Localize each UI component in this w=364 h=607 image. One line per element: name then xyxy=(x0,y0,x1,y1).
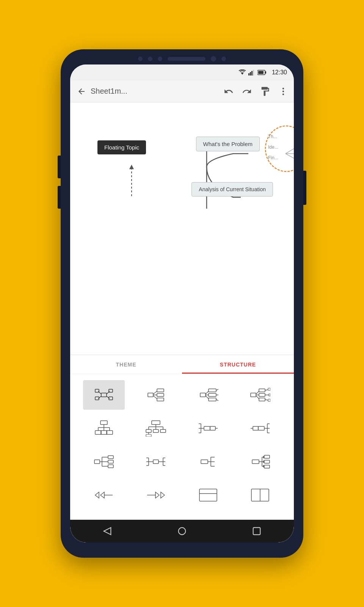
notch-dot-left2 xyxy=(148,57,152,61)
structure-layout-top[interactable] xyxy=(187,480,229,510)
structure-arrows-right[interactable] xyxy=(135,480,177,510)
structure-tree-right-line[interactable] xyxy=(187,447,229,476)
svg-rect-105 xyxy=(108,465,113,468)
tree-right-line-icon xyxy=(198,453,218,470)
phone-notch xyxy=(138,56,226,61)
org-chart-mixed-icon xyxy=(146,420,166,437)
svg-marker-135 xyxy=(100,492,104,498)
svg-rect-38 xyxy=(200,393,206,397)
structure-tree-right-bracket[interactable] xyxy=(239,447,281,476)
analysis-node[interactable]: Analysis of Current Situation xyxy=(191,182,273,197)
svg-marker-138 xyxy=(155,492,159,498)
structure-grid xyxy=(70,374,294,520)
svg-rect-43 xyxy=(209,393,216,396)
svg-rect-103 xyxy=(108,456,113,459)
svg-rect-141 xyxy=(199,489,217,501)
structure-row-4 xyxy=(78,480,286,510)
volume-down-button[interactable] xyxy=(58,186,61,209)
svg-rect-48 xyxy=(251,393,256,397)
orange-circle-svg: Th... Ide... Fin... xyxy=(256,122,294,175)
svg-point-8 xyxy=(282,88,284,89)
back-button[interactable] xyxy=(75,85,88,98)
wifi-icon xyxy=(238,69,246,75)
svg-text:Fin...: Fin... xyxy=(268,155,278,160)
org-chart-down-icon xyxy=(94,420,114,437)
svg-rect-60 xyxy=(268,399,270,401)
tree-center-icon xyxy=(146,453,166,470)
svg-line-50 xyxy=(256,396,259,399)
nav-back-button[interactable] xyxy=(98,522,117,541)
tab-theme[interactable]: THEME xyxy=(70,355,182,374)
redo-button[interactable] xyxy=(241,85,253,97)
layout-top-icon xyxy=(198,487,218,503)
more-button[interactable] xyxy=(277,85,289,97)
format-paint-icon xyxy=(260,86,270,97)
svg-rect-97 xyxy=(94,460,100,464)
structure-org-chart-mixed[interactable] xyxy=(135,414,177,443)
arrows-left-icon xyxy=(94,487,114,503)
structure-arrows-left[interactable] xyxy=(83,480,125,510)
structure-mindmap-center[interactable] xyxy=(83,380,125,410)
svg-rect-132 xyxy=(264,455,270,458)
svg-rect-6 xyxy=(265,71,266,74)
format-button[interactable] xyxy=(259,85,271,97)
svg-point-10 xyxy=(282,93,284,95)
layout-split-icon xyxy=(250,487,270,503)
tab-structure[interactable]: STRUCTURE xyxy=(182,355,294,374)
canvas-area[interactable]: Floating Topic What's the Problem Analys… xyxy=(70,102,294,355)
notch-dot-left xyxy=(138,57,143,61)
mindmap-right-alt-icon xyxy=(198,387,218,403)
svg-rect-68 xyxy=(101,431,107,434)
structure-org-chart-left[interactable] xyxy=(187,414,229,443)
power-button[interactable] xyxy=(303,171,306,205)
svg-rect-4 xyxy=(253,70,254,75)
dashed-arrow-svg xyxy=(128,164,135,202)
svg-rect-134 xyxy=(264,465,270,468)
structure-tree-left[interactable] xyxy=(83,447,125,476)
svg-rect-58 xyxy=(268,388,270,390)
tree-right-bracket-icon xyxy=(250,453,270,470)
nav-recent-button[interactable] xyxy=(247,522,266,541)
svg-line-49 xyxy=(256,391,259,394)
structure-row-3 xyxy=(78,447,286,476)
svg-rect-42 xyxy=(209,389,216,392)
structure-mindmap-right-alt2[interactable] xyxy=(239,380,281,410)
svg-rect-87 xyxy=(210,426,215,430)
back-icon xyxy=(77,87,86,96)
whats-problem-label: What's the Problem xyxy=(203,141,253,147)
svg-rect-37 xyxy=(157,398,164,401)
svg-line-40 xyxy=(206,396,209,399)
structure-tree-center[interactable] xyxy=(135,447,177,476)
structure-mindmap-right[interactable] xyxy=(135,380,177,410)
floating-topic-node[interactable]: Floating Topic xyxy=(97,140,146,154)
svg-rect-104 xyxy=(108,460,113,463)
svg-line-25 xyxy=(107,391,110,394)
svg-rect-95 xyxy=(253,426,258,430)
whats-problem-node[interactable]: What's the Problem xyxy=(196,137,260,151)
structure-org-chart-right[interactable] xyxy=(239,414,281,443)
notch-speaker xyxy=(168,57,206,61)
structure-org-chart-down[interactable] xyxy=(83,414,125,443)
svg-line-33 xyxy=(153,396,157,399)
svg-line-55 xyxy=(265,390,268,390)
phone-screen: 12:30 Sheet1m... xyxy=(70,64,294,543)
structure-layout-split[interactable] xyxy=(239,480,281,510)
svg-rect-27 xyxy=(95,389,99,392)
nav-home-button[interactable] xyxy=(173,522,191,541)
undo-button[interactable] xyxy=(223,85,235,97)
document-title: Sheet1m... xyxy=(91,87,223,96)
structure-mindmap-right-alt[interactable] xyxy=(187,380,229,410)
svg-marker-145 xyxy=(104,528,111,535)
svg-rect-89 xyxy=(258,426,264,430)
svg-rect-2 xyxy=(250,72,251,75)
svg-rect-133 xyxy=(264,460,270,463)
svg-rect-44 xyxy=(209,398,216,401)
analysis-label: Analysis of Current Situation xyxy=(199,186,266,192)
nav-recent-icon xyxy=(251,526,262,536)
redo-icon xyxy=(242,86,252,96)
svg-rect-80 xyxy=(146,434,151,437)
status-time: 12:30 xyxy=(272,69,287,76)
svg-marker-136 xyxy=(95,492,99,498)
volume-up-button[interactable] xyxy=(58,156,61,178)
svg-text:Ide...: Ide... xyxy=(268,145,278,150)
